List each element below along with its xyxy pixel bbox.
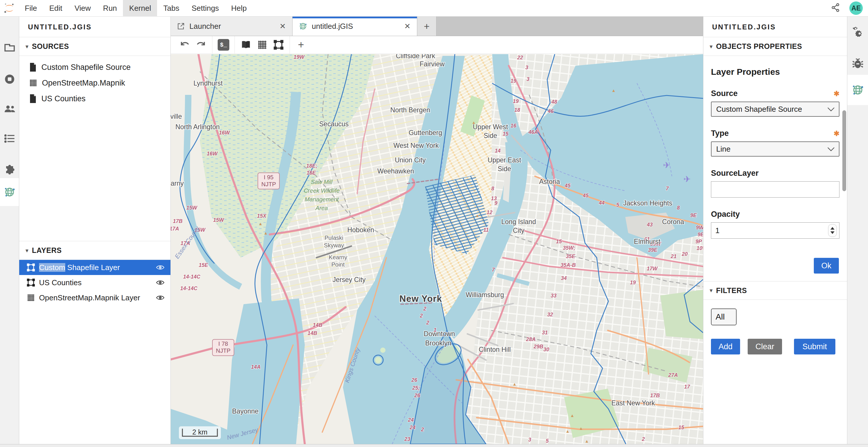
- map-label: 17W: [647, 266, 658, 272]
- source-item[interactable]: Custom Shapefile Source: [19, 59, 170, 75]
- map-label: 43: [647, 222, 653, 228]
- menu-edit[interactable]: Edit: [43, 0, 68, 16]
- map-label: ▲: [472, 120, 476, 125]
- extensions-icon[interactable]: [0, 164, 19, 175]
- map-label: Jersey City: [333, 276, 366, 283]
- jupytergis-panel-active[interactable]: [847, 75, 868, 105]
- map-label: ✈: [683, 174, 690, 184]
- type-select[interactable]: Line: [711, 141, 839, 157]
- grid-icon: [29, 79, 37, 87]
- basemap-button[interactable]: [238, 38, 254, 52]
- map-label: 15W: [213, 217, 225, 223]
- required-icon: ✱: [834, 130, 839, 138]
- layer-item[interactable]: US Counties: [19, 275, 170, 290]
- clear-filters-button[interactable]: Clear: [748, 339, 782, 354]
- menu-help[interactable]: Help: [225, 0, 253, 16]
- left-panel-title: UNTITLED.JGIS: [19, 16, 170, 37]
- map-label: 14B: [313, 322, 322, 328]
- raster-layer-button[interactable]: [254, 38, 270, 52]
- map-label: 16: [510, 123, 517, 129]
- objects-properties-header[interactable]: ▾ OBJECTS PROPERTIES: [703, 37, 847, 56]
- layer-item[interactable]: OpenStreetMap.Mapnik Layer: [19, 290, 170, 305]
- map-label: 3: [527, 76, 529, 82]
- add-filter-button[interactable]: Add: [711, 339, 740, 354]
- map-label: 15E: [199, 262, 208, 268]
- map-label: 3: [525, 65, 528, 70]
- menu-kernel[interactable]: Kernel: [123, 0, 157, 16]
- property-inspector-icon[interactable]: [847, 26, 868, 38]
- layer-item-label: OpenStreetMap.Mapnik Layer: [39, 294, 152, 302]
- map-label: 10W: [697, 246, 703, 251]
- close-icon[interactable]: ✕: [279, 22, 286, 31]
- menu-view[interactable]: View: [68, 0, 97, 16]
- share-icon[interactable]: [831, 3, 841, 14]
- source-item[interactable]: OpenStreetMap.Mapnik: [19, 75, 170, 91]
- map-label: 9E: [698, 232, 703, 238]
- source-item[interactable]: US Counties: [19, 91, 170, 106]
- visibility-eye-icon[interactable]: [156, 295, 165, 301]
- map-label: 7: [492, 267, 495, 273]
- map-label: North Arlington: [176, 123, 220, 131]
- svg-text:2 km: 2 km: [192, 428, 208, 436]
- menu-file[interactable]: File: [19, 0, 43, 16]
- console-button[interactable]: $_: [215, 38, 231, 52]
- submit-filters-button[interactable]: Submit: [794, 339, 835, 354]
- map-label: 14A: [251, 364, 260, 370]
- menu-settings[interactable]: Settings: [185, 0, 225, 16]
- filter-logic-select[interactable]: All: [711, 308, 737, 325]
- map-label: 44: [598, 200, 604, 206]
- close-icon[interactable]: ✕: [404, 22, 410, 31]
- visibility-eye-icon[interactable]: [156, 265, 165, 270]
- map-label: 7: [666, 186, 669, 192]
- jupyter-logo-icon: [0, 2, 19, 14]
- tab-launcher[interactable]: Launcher✕: [171, 16, 292, 36]
- map-toolbar: $_ +: [171, 36, 703, 54]
- filters-section-header[interactable]: ▾ FILTERS: [703, 281, 847, 300]
- undo-button[interactable]: [177, 38, 193, 52]
- map-label: 12: [487, 209, 492, 215]
- jupytergis-tab-active[interactable]: [0, 178, 19, 206]
- layer-item[interactable]: Custom Shapefile Layer: [19, 260, 170, 275]
- map-label: Side: [498, 165, 511, 173]
- collaboration-icon[interactable]: [0, 104, 19, 114]
- map-label: 14-14C: [183, 274, 200, 280]
- vector-icon: [27, 278, 35, 287]
- number-stepper[interactable]: [828, 224, 837, 237]
- map-label: 27A: [668, 372, 678, 378]
- map-label: 15X: [257, 213, 267, 219]
- redo-button[interactable]: [193, 38, 209, 52]
- map-label: 15: [556, 239, 562, 244]
- map-label: 2: [642, 436, 645, 442]
- chevron-down-icon: [827, 145, 835, 153]
- tab-untitled-jgis[interactable]: untitled.jGIS✕: [292, 16, 417, 36]
- new-tab-button[interactable]: +: [417, 16, 436, 36]
- menu-run[interactable]: Run: [97, 0, 123, 16]
- vector-layer-button[interactable]: [270, 38, 287, 52]
- sources-section-header[interactable]: ▾ SOURCES: [19, 37, 170, 56]
- map-label: East New York: [611, 399, 655, 407]
- file-browser-icon[interactable]: [0, 43, 19, 52]
- map-label: 35W;: [563, 245, 575, 251]
- map-label: 14-14C: [180, 285, 197, 291]
- source-select[interactable]: Custom Shapefile Source: [711, 102, 839, 117]
- sourcelayer-input[interactable]: [711, 181, 839, 198]
- ok-button[interactable]: Ok: [814, 258, 839, 274]
- scrollbar-thumb[interactable]: [842, 110, 846, 191]
- map-canvas[interactable]: I 95NJTPI 78NJTP 19W16W16W15W15W15W17B17…: [171, 54, 703, 444]
- map-label: ▲: [579, 426, 583, 431]
- debugger-icon[interactable]: [847, 58, 868, 70]
- map-label: ▲: [565, 429, 570, 434]
- visibility-eye-icon[interactable]: [156, 280, 165, 285]
- table-of-contents-icon[interactable]: [0, 134, 19, 143]
- right-panel-title: UNTITLED.JGIS: [703, 16, 847, 37]
- avatar[interactable]: AE: [849, 1, 863, 15]
- layers-section-header[interactable]: ▾ LAYERS: [19, 241, 170, 260]
- map-label: 16W: [207, 151, 218, 157]
- menu-tabs[interactable]: Tabs: [157, 0, 185, 16]
- running-kernels-icon[interactable]: [0, 74, 19, 85]
- map-label: 39E: [648, 247, 658, 253]
- add-button[interactable]: +: [293, 38, 309, 52]
- opacity-input[interactable]: 1: [711, 222, 839, 239]
- opacity-field-label: Opacity: [711, 210, 839, 219]
- map-label: North Bergen: [391, 106, 430, 114]
